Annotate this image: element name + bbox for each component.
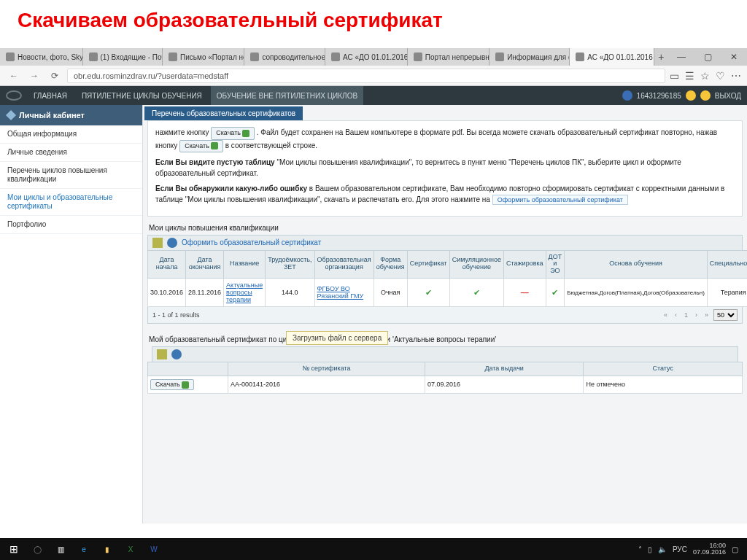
browser-tab-active[interactable]: АС «ДО 01.01.2016✕ [570,48,654,66]
th-cert-status[interactable]: Статус [584,362,743,376]
org-link[interactable]: ФГБОУ ВО Рязанский ГМУ [317,285,364,300]
hub-icon[interactable]: ☰ [685,70,694,82]
th-form[interactable]: Форма обучения [374,250,407,279]
sidebar-item-cycles-list[interactable]: Перечень циклов повышения квалификации [0,162,142,189]
help-icon[interactable] [686,90,696,101]
main-content: Перечень образовательных сертификатов на… [143,105,747,524]
wrench-icon[interactable] [152,238,163,248]
pager-size-select[interactable]: 50 [713,309,738,321]
nav-reload-button[interactable]: ⟳ [47,68,63,84]
browser-tab[interactable]: АС «ДО 01.01.2016(се [325,48,408,66]
cycle-name-link[interactable]: Актуальные вопросы терапии [226,281,263,303]
pager-next-button[interactable]: › [693,311,700,319]
browser-tab[interactable]: Новости, фото, Skype, [0,48,83,66]
pager-last-button[interactable]: » [703,311,711,319]
download-certificate-button[interactable]: Скачать [150,379,194,390]
pager: 1 - 1 of 1 results « ‹ 1 › » 50 [147,307,743,324]
download-button-sample[interactable]: Скачать [211,127,255,140]
table-row[interactable]: 30.10.2016 28.11.2016 Актуальные вопросы… [148,279,748,307]
windows-taskbar: ⊞ ◯ ▥ е ▮ X W ˄ ▯ 🔈 РУС 16:00 07.09.2016… [0,538,747,560]
sidebar-item-my-cycles[interactable]: Мои циклы и образовательные сертификаты [0,189,142,216]
wrench-icon[interactable] [157,349,167,359]
table-row[interactable]: Скачать АА-000141-2016 07.09.2016 Не отм… [148,376,743,394]
favicon-icon [169,52,177,61]
favicon-icon [414,52,422,61]
favorite-icon[interactable]: ☆ [700,70,710,82]
th-zet[interactable]: Трудоёмкость, ЗЕТ [266,250,314,279]
nav-cycles[interactable]: ПЯТИЛЕТНИЕ ЦИКЛЫ ОБУЧЕНИЯ [76,86,208,105]
cycles-table: Дата начала Дата окончания Название Труд… [147,250,747,308]
taskview-button[interactable]: ▥ [50,540,71,558]
sidebar-item-portfolio[interactable]: Портфолио [0,216,142,234]
refresh-icon[interactable] [167,238,177,248]
nav-main[interactable]: ГЛАВНАЯ [28,86,73,105]
download-tooltip: Загрузить файл с сервера [286,331,388,345]
pager-first-button[interactable]: « [662,311,670,319]
toolbar-create-certificate-link[interactable]: Оформить образовательный сертификат [182,238,321,246]
th-basis[interactable]: Основа обучения [565,250,708,279]
th-name[interactable]: Название [224,250,266,279]
sidebar-header: Личный кабинет [0,105,142,125]
window-close-button[interactable]: ✕ [721,48,747,66]
notify-icon[interactable] [700,90,711,101]
tray-lang[interactable]: РУС [673,545,687,553]
th-intern[interactable]: Стажировка [504,250,546,279]
th-cert[interactable]: Сертификат [407,250,449,279]
th-org[interactable]: Образовательная организация [314,250,374,279]
app-navbar: ГЛАВНАЯ ПЯТИЛЕТНИЕ ЦИКЛЫ ОБУЧЕНИЯ ОБУЧЕН… [0,86,747,105]
browser-tab[interactable]: (1) Входящие - Почта [83,48,163,66]
th-cert-date[interactable]: Дата выдачи [425,362,583,376]
check-icon [425,289,432,297]
th-start[interactable]: Дата начала [148,250,186,279]
tray-notifications-icon[interactable]: ▢ [732,545,738,553]
favicon-icon [495,52,504,61]
logout-button[interactable]: ВЫХОД [715,92,741,100]
content-subtab[interactable]: Перечень образовательных сертификатов [144,106,303,120]
nav-forward-button[interactable]: → [26,68,42,84]
reader-icon[interactable]: ▭ [670,70,679,82]
pager-results: 1 - 1 of 1 results [152,311,200,319]
window-maximize-button[interactable]: ▢ [694,48,721,66]
taskbar-explorer-icon[interactable]: ▮ [96,540,118,558]
pager-prev-button[interactable]: ‹ [673,311,679,319]
check-icon [473,289,480,297]
favicon-icon [6,52,15,61]
browser-tab[interactable]: Информация для спе [489,48,570,66]
th-dot[interactable]: ДОТ и ЭО [546,250,565,279]
user-id: 16431296185 [637,92,681,100]
browser-tab[interactable]: Портал непрерывного [408,48,489,66]
tray-volume-icon[interactable]: 🔈 [658,545,667,553]
start-button[interactable]: ⊞ [3,540,25,558]
nav-outside-cycles[interactable]: ОБУЧЕНИЕ ВНЕ ПЯТИЛЕТНИХ ЦИКЛОВ [211,86,363,105]
taskbar-word-icon[interactable]: W [143,540,165,558]
th-cert-num[interactable]: № сертификата [228,362,425,376]
browser-tab[interactable]: Письмо «Портал непр [163,48,244,66]
certificate-table: № сертификата Дата выдачи Статус Скачать… [147,362,743,394]
th-empty [148,362,228,376]
tray-network-icon[interactable]: ▯ [648,545,652,553]
th-end[interactable]: Дата окончания [186,250,224,279]
new-tab-button[interactable]: + [654,48,668,66]
sidebar-item-general[interactable]: Общая информация [0,125,142,144]
create-certificate-link[interactable]: Оформить образовательный сертификат [492,195,628,205]
th-sim[interactable]: Симуляционное обучение [449,250,503,279]
download-button-sample[interactable]: Скачать [179,140,223,153]
browser-tab[interactable]: сопроводительное пи [244,48,325,66]
taskbar-excel-icon[interactable]: X [120,540,142,558]
tray-clock[interactable]: 16:00 07.09.2016 [693,542,726,556]
search-button[interactable]: ◯ [26,540,48,558]
tray-chevron-icon[interactable]: ˄ [638,545,642,553]
cert-table-toolbar [152,346,738,362]
th-spec[interactable]: Специальность [707,250,747,279]
url-input[interactable]: obr.edu.rosminzdrav.ru/?userdata=medstaf… [67,69,665,83]
sidebar-item-personal[interactable]: Личные сведения [0,144,142,162]
favicon-icon [331,52,340,61]
notes-icon[interactable]: ♡ [716,70,725,82]
refresh-icon[interactable] [171,349,182,359]
nav-back-button[interactable]: ← [6,68,22,84]
more-icon[interactable]: ⋯ [731,70,741,82]
browser-tabstrip: Новости, фото, Skype, (1) Входящие - Поч… [0,48,747,66]
slide-title: Скачиваем образовательный сертификат [0,0,747,48]
window-minimize-button[interactable]: — [668,48,694,66]
taskbar-edge-icon[interactable]: е [73,540,95,558]
